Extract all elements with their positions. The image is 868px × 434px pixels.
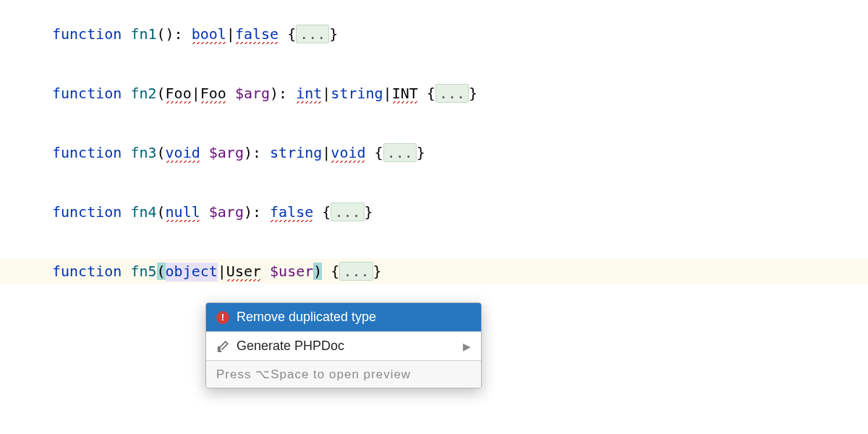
intention-remove-duplicated-type[interactable]: ! Remove duplicated type — [206, 303, 481, 331]
param-type-null: null — [166, 203, 200, 222]
fold-marker[interactable]: ... — [383, 143, 417, 162]
return-type-false: false — [235, 25, 278, 44]
fold-marker[interactable]: ... — [331, 203, 364, 221]
return-type-string: string — [331, 85, 383, 102]
return-type-int-dup: INT — [392, 85, 418, 103]
param-type-user: User — [226, 263, 261, 281]
code-line[interactable]: function fn1(): bool|false {...} — [0, 22, 868, 46]
code-line-active[interactable]: function fn5(object|User $user) {...} — [0, 259, 868, 284]
code-line[interactable]: function fn4(null $arg): false {...} — [0, 200, 868, 224]
param-var: $arg — [209, 203, 244, 221]
keyword-function: function — [52, 25, 122, 43]
function-name: fn5 — [130, 263, 156, 280]
param-type-void: void — [166, 144, 200, 163]
intention-generate-phpdoc[interactable]: Generate PHPDoc ▶ — [206, 332, 481, 360]
keyword-function: function — [52, 263, 122, 280]
code-line[interactable]: function fn2(Foo|Foo $arg): int|string|I… — [0, 81, 868, 106]
param-var: $arg — [209, 144, 244, 161]
return-type-false: false — [270, 203, 313, 222]
submenu-arrow-icon: ▶ — [463, 341, 471, 352]
param-type-foo2: Foo — [200, 85, 226, 103]
return-type-bool: bool — [192, 25, 226, 44]
return-type-string: string — [270, 144, 322, 161]
return-type-int: int — [296, 85, 322, 103]
function-name: fn4 — [130, 203, 156, 221]
param-var: $arg — [235, 85, 270, 102]
keyword-function: function — [52, 85, 122, 102]
error-icon: ! — [216, 311, 229, 324]
intention-popup: ! Remove duplicated type Generate PHPDoc… — [205, 302, 482, 388]
fold-marker[interactable]: ... — [339, 262, 373, 281]
keyword-function: function — [52, 144, 122, 161]
keyword-function: function — [52, 203, 122, 221]
return-type-void: void — [331, 144, 365, 163]
function-name: fn1 — [130, 25, 156, 43]
code-line[interactable]: function fn3(void $arg): string|void {..… — [0, 140, 868, 165]
intention-label: Remove duplicated type — [237, 310, 376, 325]
fold-marker[interactable]: ... — [435, 84, 469, 103]
param-var: $user — [270, 263, 313, 280]
param-type-foo1: Foo — [166, 85, 192, 103]
param-type-object: object — [166, 263, 218, 281]
intention-label: Generate PHPDoc — [237, 339, 344, 354]
popup-hint: Press ⌥Space to open preview — [206, 361, 481, 388]
code-editor[interactable]: function fn1(): bool|false {...} functio… — [0, 0, 868, 284]
function-name: fn3 — [130, 144, 156, 161]
function-name: fn2 — [130, 85, 156, 102]
pencil-icon — [216, 340, 229, 353]
fold-marker[interactable]: ... — [296, 25, 329, 43]
